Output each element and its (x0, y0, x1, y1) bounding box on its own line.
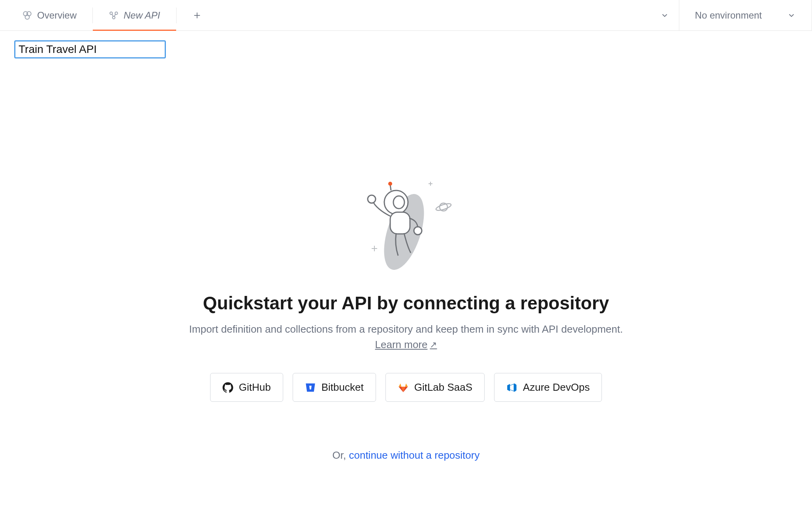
gitlab-label: GitLab SaaS (414, 381, 472, 394)
svg-point-21 (414, 227, 422, 235)
azure-devops-label: Azure DevOps (523, 381, 590, 394)
api-icon (109, 10, 119, 21)
or-line: Or, continue without a repository (333, 449, 480, 461)
learn-more-label: Learn more (375, 339, 428, 351)
azure-devops-button[interactable]: Azure DevOps (494, 373, 602, 402)
gitlab-icon (398, 382, 409, 393)
github-icon (222, 382, 233, 393)
external-link-icon: ↗ (430, 340, 437, 350)
tab-overview-label: Overview (37, 10, 77, 21)
chevron-down-icon (660, 11, 669, 20)
tab-bar: Overview New API (0, 0, 812, 31)
azure-devops-icon (506, 382, 517, 393)
page-subtitle: Import definition and collections from a… (189, 323, 623, 335)
github-button[interactable]: GitHub (210, 373, 283, 402)
environment-selected-label: No environment (695, 10, 762, 21)
page-title: Quickstart your API by connecting a repo… (203, 292, 609, 314)
tab-new-api[interactable]: New API (93, 0, 176, 30)
github-label: GitHub (239, 381, 271, 394)
api-name-section (0, 31, 812, 68)
main-content: Quickstart your API by connecting a repo… (0, 68, 812, 461)
overview-icon (22, 10, 32, 21)
plus-icon (193, 11, 201, 20)
tab-divider (176, 8, 177, 23)
svg-point-5 (113, 16, 115, 19)
svg-point-18 (388, 182, 392, 186)
svg-rect-19 (390, 212, 410, 234)
or-prefix: Or, (333, 449, 349, 461)
repo-buttons: GitHub Bitbucket GitLab SaaS (210, 373, 602, 402)
learn-more-link[interactable]: Learn more ↗ (375, 339, 437, 351)
api-name-input[interactable] (14, 40, 166, 58)
svg-point-16 (393, 196, 404, 209)
tab-new-api-label: New API (124, 10, 160, 21)
chevron-down-icon (787, 11, 796, 20)
topbar-right: No environment (650, 0, 812, 30)
environment-selector[interactable]: No environment (679, 0, 812, 30)
svg-point-2 (25, 15, 30, 19)
bitbucket-button[interactable]: Bitbucket (293, 373, 376, 402)
svg-line-17 (390, 185, 391, 190)
svg-point-13 (435, 202, 452, 212)
svg-point-20 (368, 195, 376, 203)
bitbucket-label: Bitbucket (321, 381, 364, 394)
tab-overview[interactable]: Overview (6, 0, 92, 30)
tabs-dropdown-button[interactable] (650, 0, 679, 30)
astronaut-illustration (359, 179, 453, 273)
gitlab-button[interactable]: GitLab SaaS (385, 373, 485, 402)
bitbucket-icon (305, 382, 316, 393)
continue-without-repo-link[interactable]: continue without a repository (349, 449, 479, 461)
add-tab-button[interactable] (186, 4, 208, 26)
